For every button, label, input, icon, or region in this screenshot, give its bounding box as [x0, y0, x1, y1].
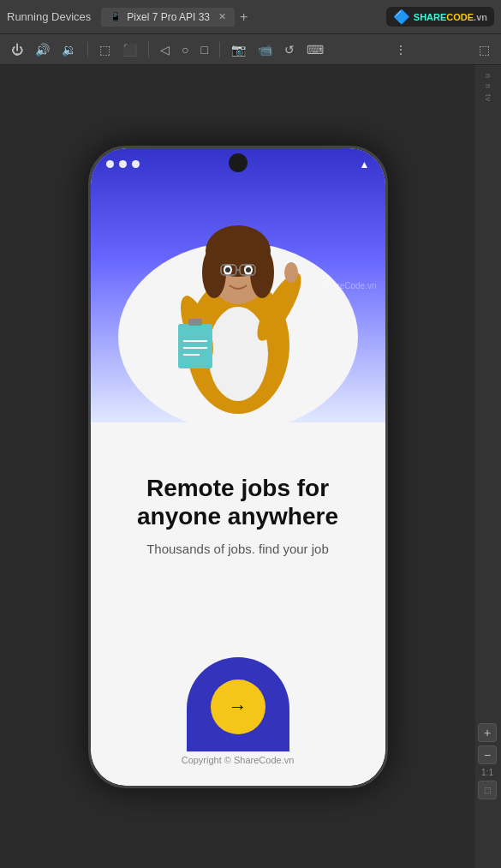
svg-point-1 — [208, 307, 268, 401]
svg-point-8 — [225, 267, 230, 272]
status-icon-1 — [106, 160, 114, 168]
power-button[interactable]: ⏻ — [9, 41, 26, 58]
screenrecord-button[interactable]: 📹 — [255, 41, 275, 58]
top-bar: Running Devices 📱 Pixel 7 Pro API 33 ✕ +… — [0, 0, 501, 34]
arrow-button[interactable]: → — [211, 679, 265, 734]
svg-rect-16 — [178, 324, 212, 368]
app-content: ShareCode.vn — [91, 148, 385, 786]
text-section: Remote jobs foranyone anywhere Thousands… — [91, 422, 385, 640]
recents-button[interactable]: □ — [198, 41, 210, 58]
status-right-icons: ▲ — [360, 159, 370, 171]
side-label-n2: n — [484, 84, 492, 89]
more-options-button[interactable]: ⋮ — [392, 41, 409, 58]
bottom-section: → Copyright © ShareCode.vn — [91, 640, 385, 786]
status-left-icons — [106, 160, 140, 168]
tab-device-icon: 📱 — [110, 11, 122, 22]
logo-share: SHARE — [414, 12, 447, 22]
headline-text: Remote jobs foranyone anywhere — [111, 474, 365, 531]
screenshot-button[interactable]: 📷 — [229, 41, 248, 58]
side-label-n1: n — [484, 74, 492, 79]
expand-button[interactable]: ⬚ — [476, 41, 492, 58]
svg-point-9 — [246, 267, 251, 272]
toolbar-separator — [87, 42, 88, 57]
running-devices-label: Running Devices — [7, 10, 91, 23]
wifi-icon: ▲ — [360, 159, 370, 171]
svg-point-5 — [250, 247, 274, 298]
fold-button[interactable]: ⬛ — [120, 41, 140, 58]
zoom-fit-button[interactable]: ⬚ — [478, 781, 497, 799]
camera-notch — [229, 153, 248, 172]
home-button[interactable]: ○ — [179, 41, 191, 58]
tab-close-icon[interactable]: ✕ — [218, 11, 226, 22]
status-icon-2 — [119, 160, 127, 168]
rotate-screen-button[interactable]: ↺ — [282, 41, 297, 58]
side-label-tv: tv — [484, 94, 492, 102]
copyright-text: Copyright © ShareCode.vn — [91, 751, 385, 769]
zoom-level-label: 1:1 — [481, 768, 493, 777]
watermark-text: ShareCode.vn — [322, 280, 377, 290]
svg-point-14 — [284, 262, 298, 283]
keyboard-button[interactable]: ⌨ — [304, 41, 326, 58]
logo-badge: 🔷 SHARECODE.vn — [386, 7, 494, 27]
logo-area: 🔷 SHARECODE.vn — [386, 7, 494, 27]
back-button[interactable]: ◁ — [158, 41, 172, 58]
svg-rect-17 — [188, 319, 202, 326]
main-area: ▲ ShareCode.vn — [0, 65, 501, 868]
arrow-icon: → — [229, 696, 248, 718]
logo-code: CODE — [446, 12, 474, 22]
zoom-controls: + − 1:1 ⬚ — [478, 723, 497, 799]
hero-section: ShareCode.vn — [91, 148, 385, 422]
device-tab[interactable]: 📱 Pixel 7 Pro API 33 ✕ — [101, 8, 235, 27]
right-side-panel: n n tv + − 1:1 ⬚ — [475, 65, 501, 868]
phone-mockup: ▲ ShareCode.vn — [88, 146, 388, 788]
toolbar: ⏻ 🔊 🔉 ⬚ ⬛ ◁ ○ □ 📷 📹 ↺ ⌨ ⋮ ⬚ — [0, 34, 501, 65]
zoom-in-button[interactable]: + — [478, 723, 497, 742]
arch-button-container: → — [161, 640, 315, 751]
toolbar-separator-2 — [148, 42, 149, 57]
phone-screen: ▲ ShareCode.vn — [91, 148, 385, 786]
logo-text: SHARECODE.vn — [414, 12, 487, 22]
tab-label: Pixel 7 Pro API 33 — [127, 11, 210, 23]
zoom-out-button[interactable]: − — [478, 745, 497, 764]
logo-dot: .vn — [474, 12, 487, 22]
volume-up-button[interactable]: 🔊 — [33, 41, 52, 58]
volume-down-button[interactable]: 🔉 — [59, 41, 79, 58]
subheadline-text: Thousands of jobs. find your job — [111, 542, 365, 556]
rotate-button[interactable]: ⬚ — [97, 41, 113, 58]
new-tab-button[interactable]: + — [240, 9, 248, 25]
status-icon-3 — [132, 160, 140, 168]
phone-container: ▲ ShareCode.vn — [0, 65, 501, 868]
woman-illustration — [152, 174, 324, 422]
svg-point-4 — [202, 247, 226, 298]
toolbar-separator-3 — [219, 42, 220, 57]
